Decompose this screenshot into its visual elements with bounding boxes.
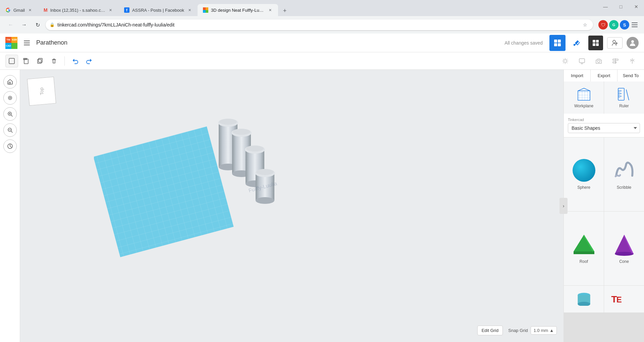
build-button[interactable] [570,36,584,50]
category-dropdown[interactable]: Basic Shapes [568,123,640,133]
tab-gmail[interactable]: Gmail ✕ [0,4,38,16]
refresh-button[interactable]: ↻ [32,19,43,30]
main-content: Top [0,70,644,342]
top-nav: TIN KER CAD Parathenon All changes saved [0,34,644,52]
tab-facebook-close[interactable]: ✕ [187,7,192,13]
tinkercad-logo[interactable]: TIN KER CAD [5,37,17,49]
comment-tool[interactable] [576,55,588,67]
browser-right-icons: 🛡 G S [598,20,639,30]
svg-point-51 [256,197,274,204]
action-buttons-group: Import Export Send To [564,70,644,81]
svg-rect-11 [593,43,595,46]
dark-theme-button[interactable] [588,36,603,50]
scribble-label: Scribble [617,185,631,190]
svg-rect-3 [24,45,30,45]
tab-tinkercad[interactable]: 3D design Neat Fulffy-Luulia | Ti... ✕ [198,4,278,16]
redo-tool[interactable] [83,55,96,67]
tab-inbox[interactable]: M Inbox (12,351) - s.sahoo.co@gm... ✕ [38,4,119,16]
bookmark-icon[interactable]: ☆ [581,21,589,29]
svg-rect-56 [618,88,624,100]
undo-tool[interactable] [69,55,82,67]
close-button[interactable]: ✕ [629,0,644,13]
export-button[interactable]: Export [591,70,617,81]
sphere-label: Sphere [577,185,590,190]
maximize-button[interactable]: □ [613,0,629,13]
facebook-favicon-icon: f [124,7,129,13]
svg-point-22 [598,60,600,62]
svg-point-27 [8,96,12,100]
back-button[interactable]: ← [5,19,16,30]
shape-cylinder-item[interactable] [564,286,604,312]
view-cube[interactable]: Top [28,78,55,105]
snap-grid-control: Snap Grid 1.0 mm ▲ [508,326,557,335]
tab-facebook[interactable]: f ASSRA - Posts | Facebook ✕ [119,4,198,16]
fit-view-button[interactable] [3,91,17,105]
svg-rect-9 [593,40,595,43]
svg-rect-6 [554,43,557,46]
tab-inbox-close[interactable]: ✕ [108,7,113,13]
svg-point-53 [256,169,274,175]
tab-gmail-title: Gmail [13,8,25,13]
workplane-label: Workplane [574,104,593,108]
zoom-out-button[interactable] [3,123,17,137]
new-tab-button[interactable]: + [279,5,290,16]
svg-rect-4 [554,40,557,43]
shape-text-item[interactable]: T E [604,286,644,312]
snap-value-select[interactable]: 1.0 mm ▲ [531,326,557,335]
profile-button[interactable]: S [620,20,629,30]
light-tool[interactable] [559,55,572,67]
ruler-label: Ruler [619,104,629,108]
zoom-in-button[interactable] [3,107,17,121]
forward-button[interactable]: → [19,19,30,30]
tab-tinkercad-close[interactable]: ✕ [267,7,273,13]
project-name: Parathenon [36,39,500,46]
send-to-button[interactable]: Send To [618,70,644,81]
workplane-button[interactable]: Workplane [564,81,604,114]
camera-tool[interactable] [592,55,605,67]
align-tool[interactable] [609,55,622,67]
cone-preview-icon [613,233,636,256]
view-preset-button[interactable] [3,139,17,153]
tinkercad-tab-favicon-icon [203,7,208,13]
copy-tool[interactable] [34,55,46,67]
svg-point-67 [615,252,634,256]
svg-rect-26 [9,82,10,84]
ruler-button[interactable]: Ruler [604,81,644,114]
shape-roof-item[interactable]: Roof [564,212,604,285]
shape-scribble-item[interactable]: Scribble [604,137,644,211]
user-avatar[interactable] [627,37,639,49]
grid-view-button[interactable] [549,35,566,51]
tab-bar: Gmail ✕ M Inbox (12,351) - s.sahoo.co@gm… [0,0,644,16]
edit-grid-button[interactable]: Edit Grid [477,326,503,335]
import-button[interactable]: Import [564,70,590,81]
minimize-button[interactable]: — [598,0,613,13]
svg-rect-15 [9,58,14,64]
browser-menu-button[interactable] [631,21,639,29]
lock-icon: 🔒 [50,22,55,27]
address-input-field[interactable]: 🔒 tinkercad.com/things/7kmLLJAniCh-neat-… [46,19,593,30]
shape-sphere-item[interactable]: Sphere [564,137,604,211]
hamburger-menu-button[interactable] [21,38,32,48]
svg-rect-21 [579,59,585,63]
view-cube-label: Top [39,87,45,95]
workplane-icon [577,87,591,102]
app-container: TIN KER CAD Parathenon All changes saved [0,34,644,342]
tab-tinkercad-title: 3D design Neat Fulffy-Luulia | Ti... [211,8,265,13]
svg-rect-5 [558,40,561,43]
extension-shield-icon[interactable]: 🛡 [598,20,608,30]
svg-rect-18 [38,59,41,63]
add-user-button[interactable] [607,37,623,49]
svg-rect-19 [39,58,42,62]
panel-collapse-button[interactable]: › [559,198,568,214]
mirror-tool[interactable] [626,55,639,67]
delete-tool[interactable] [48,55,60,67]
shape-cone-item[interactable]: Cone [604,212,644,285]
canvas-area[interactable]: Top [20,70,564,342]
svg-text:T: T [611,294,617,304]
home-view-button[interactable] [3,75,17,89]
tab-gmail-close[interactable]: ✕ [28,7,33,13]
svg-point-28 [9,98,10,99]
extension-grammarly-icon[interactable]: G [609,20,619,30]
paste-tool[interactable] [19,55,32,67]
workplane-select-tool[interactable] [5,55,18,67]
